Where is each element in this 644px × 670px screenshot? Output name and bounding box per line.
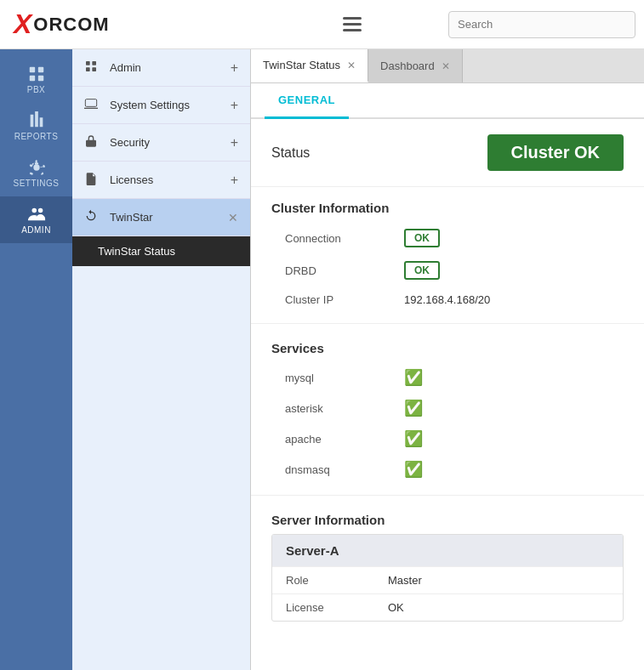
svg-rect-8 [86,67,90,71]
svg-rect-7 [92,61,96,65]
table-row: Cluster IP 192.168.4.168/20 [271,287,624,313]
services-heading: Services [251,327,644,362]
list-item: asterisk ✅ [271,393,624,423]
tab-content: GENERAL Status Cluster OK Cluster Inform… [251,83,644,670]
sidebar-reports-label: REPORTS [14,132,59,141]
main-layout: PBX REPORTS SETTINGS ADMIN [0,49,644,670]
divider-2 [251,495,644,496]
cluster-ip-key: Cluster IP [285,293,404,306]
mysql-label: mysql [285,372,404,384]
sidebar-admin-label: ADMIN [21,225,51,235]
cluster-ok-button[interactable]: Cluster OK [487,134,624,171]
logo-x-letter: X [14,9,31,40]
document-icon [84,172,101,188]
connection-key: Connection [285,232,404,245]
submenu-twinstar-status[interactable]: TwinStar Status [72,236,250,266]
status-row: Status Cluster OK [251,119,644,187]
menu-system-settings-label: System Settings [110,99,231,111]
apache-label: apache [285,433,404,446]
menu-security-plus[interactable]: + [231,135,238,150]
svg-rect-3 [37,76,43,81]
table-row: Connection OK [271,222,624,254]
sidebar-item-admin[interactable]: ADMIN [0,196,72,243]
sidebar-settings-label: SETTINGS [13,179,59,188]
svg-point-5 [37,208,43,213]
menu-item-twinstar[interactable]: TwinStar ✕ [72,199,250,236]
list-item: dnsmasq ✅ [271,454,624,485]
tab-twinstar-status[interactable]: TwinStar Status ✕ [251,49,368,82]
connection-value-badge: OK [404,229,440,247]
svg-point-4 [31,208,37,213]
svg-rect-6 [86,61,90,65]
sidebar-item-reports[interactable]: REPORTS [0,103,72,150]
divider [251,323,644,324]
admin-icon [27,205,46,224]
table-row: License OK [272,593,623,621]
content-tab-general[interactable]: GENERAL [265,83,349,119]
menu-item-licenses[interactable]: Licenses + [72,162,250,199]
table-row: DRBD OK [271,254,624,287]
dnsmasq-check-icon: ✅ [404,460,423,479]
lock-icon [84,134,101,150]
server-info-section: Server-A Role Master License OK [251,534,644,635]
asterisk-check-icon: ✅ [404,399,423,417]
menu-item-security[interactable]: Security + [72,124,250,162]
topbar: X ORCOM [0,0,644,49]
role-value: Master [388,574,422,587]
server-info-heading: Server Information [251,499,644,534]
tab-twinstar-close-icon[interactable]: ✕ [347,60,356,71]
logo-area: X ORCOM [0,9,255,40]
menu-security-label: Security [110,136,231,149]
license-value: OK [388,601,404,614]
tab-dashboard[interactable]: Dashboard ✕ [368,49,463,82]
server-a-card: Server-A Role Master License OK [271,534,624,622]
license-key: License [286,601,388,614]
topbar-center [255,17,448,31]
search-input[interactable] [448,11,635,38]
svg-rect-9 [92,67,96,71]
list-item: apache ✅ [271,423,624,454]
menu-twinstar-label: TwinStar [110,211,228,224]
menu-system-settings-plus[interactable]: + [231,98,238,113]
svg-rect-0 [29,67,34,72]
settings-icon [27,158,46,177]
menu-licenses-label: Licenses [110,173,231,186]
list-item: mysql ✅ [271,362,624,393]
svg-rect-1 [37,67,43,72]
tab-dashboard-close-icon[interactable]: ✕ [442,60,450,72]
apache-check-icon: ✅ [404,429,423,448]
asterisk-label: asterisk [285,402,404,415]
tab-twinstar-status-label: TwinStar Status [263,59,340,71]
content-tabs: GENERAL [251,83,644,119]
table-row: Role Master [272,566,623,593]
refresh-icon [84,209,101,225]
mysql-check-icon: ✅ [404,368,423,387]
drbd-value-badge: OK [404,261,440,280]
sidebar-icons: PBX REPORTS SETTINGS ADMIN [0,49,72,670]
role-key: Role [286,574,388,587]
svg-rect-2 [29,76,34,81]
dnsmasq-label: dnsmasq [285,463,404,476]
menu-admin-label: Admin [110,61,231,74]
search-area [448,11,635,38]
logo-text: ORCOM [33,14,109,36]
reports-icon [27,111,46,130]
cluster-info-heading: Cluster Information [251,187,644,222]
services-table: mysql ✅ asterisk ✅ apache ✅ dnsmasq ✅ [251,362,644,491]
drbd-key: DRBD [285,264,404,277]
server-a-header: Server-A [272,535,623,566]
laptop-icon [84,97,101,113]
sidebar-item-pbx[interactable]: PBX [0,56,72,103]
hamburger-menu-icon[interactable] [343,17,362,31]
menu-twinstar-close[interactable]: ✕ [228,211,238,224]
tab-dashboard-label: Dashboard [380,60,435,72]
menu-item-admin[interactable]: Admin + [72,49,250,87]
grid-icon [27,65,46,83]
tabs-bar: TwinStar Status ✕ Dashboard ✕ [251,49,644,83]
menu-admin-plus[interactable]: + [231,60,238,76]
menu-licenses-plus[interactable]: + [231,173,238,188]
sidebar-item-settings[interactable]: SETTINGS [0,150,72,196]
menu-item-system-settings[interactable]: System Settings + [72,87,250,124]
content-area: TwinStar Status ✕ Dashboard ✕ GENERAL St… [251,49,644,670]
cluster-ip-value: 192.168.4.168/20 [404,293,490,306]
